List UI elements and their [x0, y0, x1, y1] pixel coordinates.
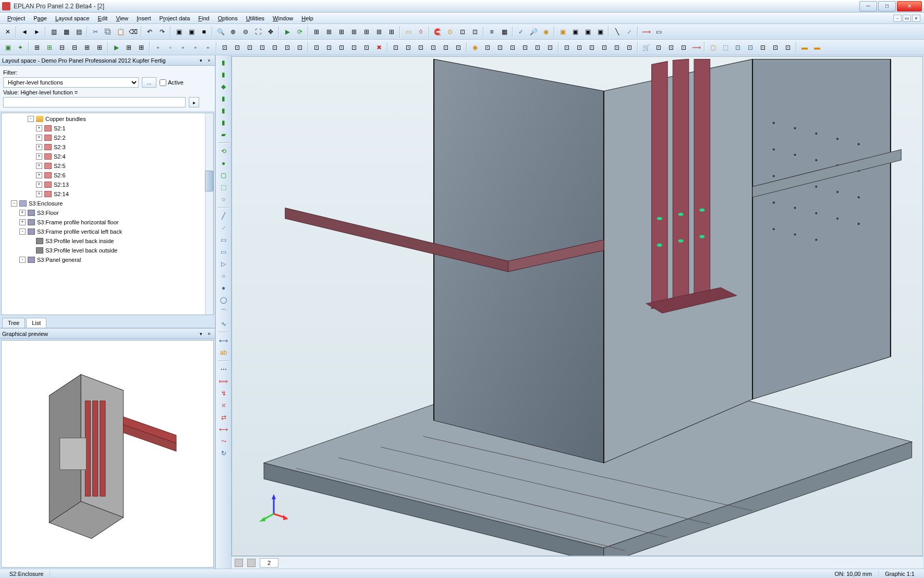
tb-grid5-icon[interactable]: ⊞	[361, 26, 372, 38]
vt-face3-icon[interactable]: ◆	[218, 81, 229, 92]
tb-color-icon[interactable]: ▦	[499, 26, 510, 38]
tb-seg-icon[interactable]: ⟋	[624, 26, 635, 38]
tb-grid7-icon[interactable]: ⊞	[386, 26, 397, 38]
tb2-43-icon[interactable]: ⊡	[561, 42, 573, 53]
tb2-12-icon[interactable]: ▫	[152, 42, 164, 53]
tree-node[interactable]: +S2:13	[3, 180, 212, 189]
tree-expand-icon[interactable]: -	[28, 116, 34, 122]
tb-run-icon[interactable]: ▶	[282, 26, 293, 38]
vt-face1-icon[interactable]: ▮	[218, 57, 229, 68]
tb-snap2-icon[interactable]: ⊡	[457, 26, 468, 38]
vt-link3-icon[interactable]: ⤫	[218, 400, 229, 411]
tb2-10-icon[interactable]: ⊞	[123, 42, 135, 53]
tree-scrollbar-thumb[interactable]	[205, 171, 213, 191]
tb-delete-icon[interactable]: ⌫	[127, 26, 139, 38]
tb2-9-icon[interactable]: ▶	[111, 42, 122, 53]
tb2-19-icon[interactable]: ⊡	[244, 42, 256, 53]
tb2-30-icon[interactable]: ⊡	[390, 42, 402, 53]
vt-ellipse-icon[interactable]: ◯	[218, 295, 229, 305]
tb-check-icon[interactable]: ✓	[515, 26, 527, 38]
tb2-61-icon[interactable]: ▬	[811, 42, 823, 53]
tb2-32-icon[interactable]: ⊡	[415, 42, 427, 53]
tb-misc-icon[interactable]: ▭	[653, 26, 664, 38]
tree-expand-icon[interactable]: +	[36, 182, 42, 188]
vt-rot2-icon[interactable]: ●	[218, 158, 229, 168]
tree-node[interactable]: -S3:Frame profile vertical left back	[3, 227, 212, 236]
value-input[interactable]	[3, 97, 186, 107]
tb-nav3-icon[interactable]: ■	[198, 26, 210, 38]
tb2-58-icon[interactable]: ⊡	[770, 42, 781, 53]
panel-close-icon[interactable]: ×	[205, 57, 213, 64]
tree-expand-icon[interactable]: -	[19, 228, 26, 235]
preview-canvas[interactable]	[1, 340, 214, 568]
viewport-tab[interactable]: 2	[260, 558, 278, 568]
tree-expand-icon[interactable]: +	[36, 163, 42, 169]
vt-mode2-icon[interactable]: ⬚	[218, 182, 229, 192]
maximize-button[interactable]: □	[878, 1, 896, 11]
tb2-55-icon[interactable]: ⊡	[732, 42, 744, 53]
vt-line-icon[interactable]: ╱	[218, 211, 229, 221]
filter-active-checkbox[interactable]: Active	[160, 79, 184, 86]
tb2-28-icon[interactable]: ⊡	[361, 42, 372, 53]
menu-help[interactable]: Help	[297, 14, 318, 22]
tb2-36-icon[interactable]: ◉	[469, 42, 481, 53]
vt-link4-icon[interactable]: ⇄	[218, 412, 229, 423]
tb2-52-icon[interactable]: ⟿	[690, 42, 702, 53]
tb2-3-icon[interactable]: ⊞	[31, 42, 43, 53]
tb-page-icon[interactable]: ▥	[48, 26, 59, 38]
tb-refresh-icon[interactable]: ⟳	[294, 26, 306, 38]
tree-node[interactable]: +S2:14	[3, 189, 212, 199]
tree-node[interactable]: +S2:2	[3, 133, 212, 142]
tree-expand-icon[interactable]: +	[19, 210, 26, 216]
tb2-1-icon[interactable]: ▣	[2, 42, 14, 53]
tb-close-icon[interactable]: ✕	[2, 26, 14, 38]
tb2-7-icon[interactable]: ⊞	[81, 42, 93, 53]
menu-page[interactable]: Page	[29, 14, 51, 22]
tb-sel2-icon[interactable]: ◊	[415, 26, 427, 38]
vt-rotate-icon[interactable]: ↻	[218, 448, 229, 459]
vt-rect2-icon[interactable]: ▭	[218, 247, 229, 257]
vt-polyline-icon[interactable]: ⟋	[218, 223, 229, 233]
tree-node[interactable]: +S2:5	[3, 161, 212, 171]
tb-paste-icon[interactable]: 📋	[115, 26, 126, 38]
vt-face2-icon[interactable]: ▮	[218, 69, 229, 80]
tb2-34-icon[interactable]: ⊡	[440, 42, 452, 53]
tb2-53-icon[interactable]: ▢	[707, 42, 719, 53]
tb-snap1-icon[interactable]: ⊙	[444, 26, 456, 38]
tb2-37-icon[interactable]: ⊡	[482, 42, 493, 53]
tb-tag4-icon[interactable]: ▣	[594, 26, 606, 38]
menu-project-data[interactable]: Project data	[155, 14, 194, 22]
tb2-6-icon[interactable]: ⊟	[69, 42, 80, 53]
tb-sel1-icon[interactable]: ▭	[403, 26, 414, 38]
vt-face7-icon[interactable]: ▰	[218, 129, 229, 140]
tb2-57-icon[interactable]: ⊡	[757, 42, 769, 53]
tb2-22-icon[interactable]: ⊡	[282, 42, 293, 53]
tb2-50-icon[interactable]: ⊡	[665, 42, 677, 53]
tb2-8-icon[interactable]: ⊞	[94, 42, 105, 53]
tb-grid4-icon[interactable]: ⊞	[348, 26, 360, 38]
tb2-29-icon[interactable]: ✖	[373, 42, 385, 53]
tb2-15-icon[interactable]: ▫	[190, 42, 201, 53]
tb-line-icon[interactable]: ╲	[611, 26, 623, 38]
tree-scrollbar-track[interactable]	[205, 113, 213, 315]
tb2-42-icon[interactable]: ⊡	[544, 42, 556, 53]
tb-prev-icon[interactable]: ◄	[19, 26, 30, 38]
viewport-icon[interactable]	[235, 559, 243, 567]
vt-mode1-icon[interactable]: ▢	[218, 170, 229, 180]
tb-magnet-icon[interactable]: 🧲	[432, 26, 443, 38]
mdi-restore-button[interactable]: ▭	[903, 15, 911, 22]
tree-node[interactable]: +S2:6	[3, 171, 212, 180]
tb2-39-icon[interactable]: ⊡	[507, 42, 518, 53]
tree-expand-icon[interactable]: +	[36, 172, 42, 178]
menu-project[interactable]: Project	[3, 14, 29, 22]
tb-zoom-out-icon[interactable]: ⊖	[240, 26, 251, 38]
tb2-16-icon[interactable]: ▫	[202, 42, 214, 53]
tb-nav1-icon[interactable]: ▣	[173, 26, 185, 38]
menu-view[interactable]: View	[112, 14, 132, 22]
tb2-2-icon[interactable]: ✦	[15, 42, 26, 53]
tb2-20-icon[interactable]: ⊡	[257, 42, 268, 53]
vt-link6-icon[interactable]: ⤳	[218, 436, 229, 447]
vt-fillcircle-icon[interactable]: ●	[218, 283, 229, 293]
menu-layout-space[interactable]: Layout space	[51, 14, 93, 22]
tab-list[interactable]: List	[26, 318, 46, 328]
